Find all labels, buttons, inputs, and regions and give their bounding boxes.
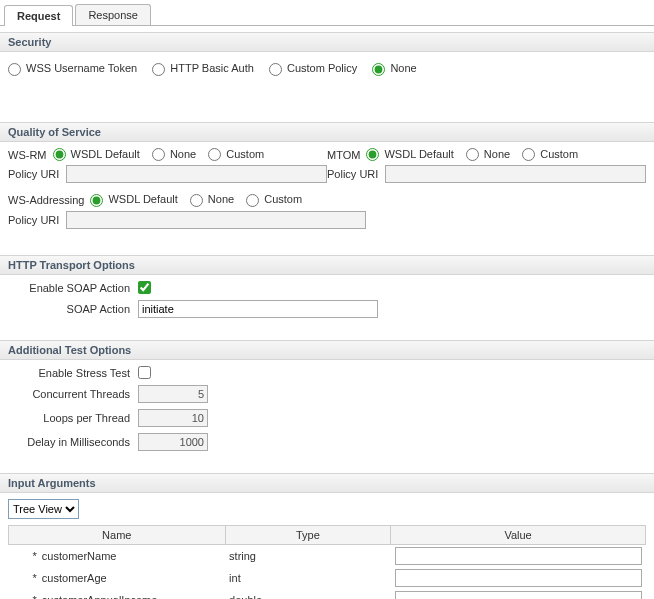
mtom-default[interactable]: WSDL Default bbox=[366, 148, 453, 162]
wsa-custom[interactable]: Custom bbox=[246, 193, 302, 207]
radio-custom-policy[interactable]: Custom Policy bbox=[269, 62, 357, 74]
radio-wss-label: WSS Username Token bbox=[26, 62, 137, 74]
mtom-none[interactable]: None bbox=[466, 148, 510, 162]
arg-type-cell: double bbox=[225, 589, 391, 599]
wsa-policy-input[interactable] bbox=[66, 211, 366, 229]
section-security-header: Security bbox=[0, 32, 654, 52]
arg-value-input[interactable] bbox=[395, 547, 642, 565]
arg-name-cell: * customerAnnualIncome bbox=[9, 589, 226, 599]
wsrm-custom[interactable]: Custom bbox=[208, 148, 264, 162]
tab-request[interactable]: Request bbox=[4, 5, 73, 26]
wsrm-none-label: None bbox=[170, 148, 196, 160]
wsrm-custom-label: Custom bbox=[226, 148, 264, 160]
args-table: Name Type Value * customerNamestring* cu… bbox=[8, 525, 646, 599]
section-http-header: HTTP Transport Options bbox=[0, 255, 654, 275]
wsa-custom-label: Custom bbox=[264, 193, 302, 205]
stress-test-checkbox[interactable] bbox=[138, 366, 151, 379]
wsa-policy-label: Policy URI bbox=[8, 214, 66, 226]
col-value-header: Value bbox=[391, 526, 646, 545]
radio-http-label: HTTP Basic Auth bbox=[170, 62, 254, 74]
arg-name-cell: * customerName bbox=[9, 545, 226, 568]
required-marker: * bbox=[33, 572, 37, 584]
section-args-header: Input Arguments bbox=[0, 473, 654, 493]
table-row: * customerNamestring bbox=[9, 545, 646, 568]
radio-none-label: None bbox=[390, 62, 416, 74]
tab-bar: Request Response bbox=[0, 0, 654, 26]
mtom-policy-label: Policy URI bbox=[327, 168, 385, 180]
wsa-none[interactable]: None bbox=[190, 193, 234, 207]
radio-http-basic[interactable]: HTTP Basic Auth bbox=[152, 62, 254, 74]
arg-value-cell bbox=[391, 567, 646, 589]
arg-type-cell: string bbox=[225, 545, 391, 568]
loops-label: Loops per Thread bbox=[8, 412, 138, 424]
required-marker: * bbox=[33, 594, 37, 599]
arg-value-input[interactable] bbox=[395, 569, 642, 587]
enable-soap-checkbox[interactable] bbox=[138, 281, 151, 294]
radio-none[interactable]: None bbox=[372, 62, 416, 74]
soap-action-input[interactable] bbox=[138, 300, 378, 318]
wsa-label: WS-Addressing bbox=[8, 194, 84, 206]
mtom-label: MTOM bbox=[327, 149, 360, 161]
radio-custom-label: Custom Policy bbox=[287, 62, 357, 74]
soap-action-label: SOAP Action bbox=[8, 303, 138, 315]
arg-value-cell bbox=[391, 589, 646, 599]
arg-value-input[interactable] bbox=[395, 591, 642, 599]
required-marker: * bbox=[33, 550, 37, 562]
arg-type-cell: int bbox=[225, 567, 391, 589]
wsa-default[interactable]: WSDL Default bbox=[90, 193, 177, 207]
wsrm-default[interactable]: WSDL Default bbox=[53, 148, 140, 162]
threads-input[interactable] bbox=[138, 385, 208, 403]
wsrm-none[interactable]: None bbox=[152, 148, 196, 162]
security-options: WSS Username Token HTTP Basic Auth Custo… bbox=[0, 52, 654, 116]
view-select[interactable]: Tree View bbox=[8, 499, 79, 519]
mtom-custom-label: Custom bbox=[540, 148, 578, 160]
col-name-header: Name bbox=[9, 526, 226, 545]
radio-wss-token[interactable]: WSS Username Token bbox=[8, 62, 137, 74]
wsa-none-label: None bbox=[208, 193, 234, 205]
table-row: * customerAgeint bbox=[9, 567, 646, 589]
wsrm-label: WS-RM bbox=[8, 149, 47, 161]
mtom-default-label: WSDL Default bbox=[384, 148, 453, 160]
section-addl-header: Additional Test Options bbox=[0, 340, 654, 360]
mtom-policy-input[interactable] bbox=[385, 165, 646, 183]
loops-input[interactable] bbox=[138, 409, 208, 427]
arg-name-cell: * customerAge bbox=[9, 567, 226, 589]
arg-value-cell bbox=[391, 545, 646, 568]
wsrm-policy-input[interactable] bbox=[66, 165, 327, 183]
tab-response[interactable]: Response bbox=[75, 4, 151, 25]
threads-label: Concurrent Threads bbox=[8, 388, 138, 400]
enable-soap-label: Enable SOAP Action bbox=[8, 282, 138, 294]
wsrm-default-label: WSDL Default bbox=[71, 148, 140, 160]
table-row: * customerAnnualIncomedouble bbox=[9, 589, 646, 599]
stress-test-label: Enable Stress Test bbox=[8, 367, 138, 379]
wsa-default-label: WSDL Default bbox=[108, 193, 177, 205]
mtom-custom[interactable]: Custom bbox=[522, 148, 578, 162]
wsrm-policy-label: Policy URI bbox=[8, 168, 66, 180]
delay-label: Delay in Milliseconds bbox=[8, 436, 138, 448]
col-type-header: Type bbox=[225, 526, 391, 545]
mtom-none-label: None bbox=[484, 148, 510, 160]
section-qos-header: Quality of Service bbox=[0, 122, 654, 142]
delay-input[interactable] bbox=[138, 433, 208, 451]
